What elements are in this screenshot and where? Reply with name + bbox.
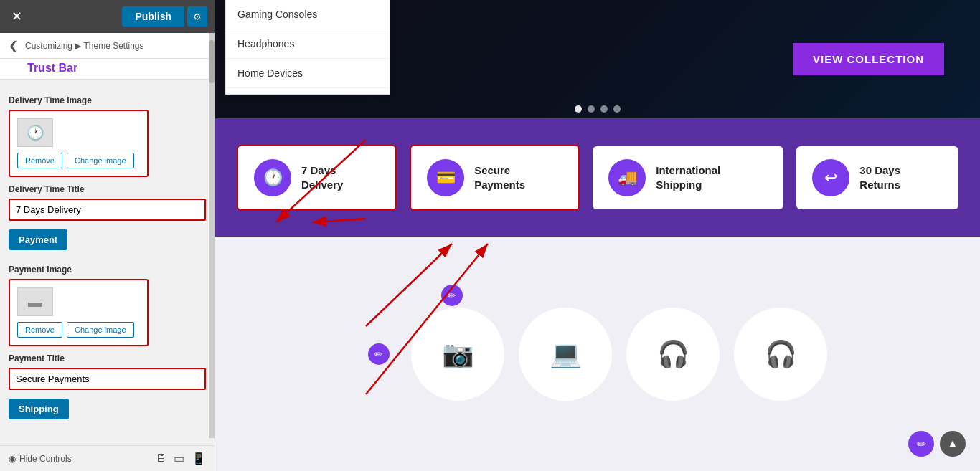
- clock-trust-icon: 🕐: [263, 168, 283, 187]
- delivery-change-image-button[interactable]: Change image: [67, 153, 134, 168]
- return-trust-icon: ↩: [824, 168, 837, 187]
- scrollbar-thumb[interactable]: [209, 40, 215, 83]
- delivery-image-box: 🕐 Remove Change image: [9, 110, 149, 177]
- payment-change-image-button[interactable]: Change image: [67, 322, 134, 338]
- dropdown-menu: Gaming Consoles Headphones Home Devices: [225, 0, 390, 95]
- mobile-icon[interactable]: 📱: [192, 452, 206, 465]
- trust-item-shipping: 🚚 International Shipping: [593, 146, 783, 209]
- dot-4[interactable]: [613, 105, 621, 113]
- shipping-icon-circle: 🚚: [608, 159, 646, 196]
- delivery-remove-button[interactable]: Remove: [17, 153, 62, 168]
- dot-3[interactable]: [600, 105, 608, 113]
- scrollbar[interactable]: [209, 33, 215, 438]
- trust-item-returns: ↩ 30 Days Returns: [796, 146, 958, 209]
- delivery-title-input[interactable]: [9, 199, 206, 221]
- returns-icon-circle: ↩: [812, 159, 849, 196]
- main-content: Gaming Consoles Headphones Home Devices …: [215, 0, 980, 471]
- dot-1[interactable]: [575, 105, 582, 113]
- product-item-4: 🎧: [734, 308, 827, 401]
- scroll-up-button[interactable]: ▲: [940, 431, 966, 457]
- truck-trust-icon: 🚚: [618, 168, 637, 187]
- publish-button[interactable]: Publish: [122, 6, 184, 27]
- trust-bar-edit-pencil[interactable]: ✏: [441, 285, 463, 306]
- trust-item-delivery: 🕐 7 Days Delivery: [237, 145, 397, 211]
- sidebar-footer: ◉ Hide Controls 🖥 ▭ 📱: [0, 445, 215, 471]
- eye-icon: ◉: [9, 454, 16, 464]
- card-icon: ▬: [28, 294, 42, 310]
- clock-icon: 🕐: [27, 124, 44, 141]
- delivery-icon-circle: 🕐: [254, 159, 291, 196]
- breadcrumb-path: Customizing ▶ Theme Settings: [25, 41, 144, 51]
- product-item-2: 💻: [519, 308, 612, 401]
- payment-button[interactable]: Payment: [9, 229, 67, 250]
- delivery-image-label: Delivery Time Image: [9, 95, 206, 105]
- payment-remove-button[interactable]: Remove: [17, 322, 62, 338]
- breadcrumb-bar: ❮ Customizing ▶ Theme Settings: [0, 33, 215, 59]
- desktop-icon[interactable]: 🖥: [155, 452, 166, 465]
- returns-trust-text: 30 Days Returns: [859, 163, 943, 191]
- dropdown-item-headphones[interactable]: Headphones: [226, 29, 390, 59]
- payment-image-box: ▬ Remove Change image: [9, 279, 149, 346]
- back-button[interactable]: ❮: [9, 39, 18, 52]
- product-item-1: 📷: [411, 308, 504, 401]
- payments-trust-text: Secure Payments: [474, 163, 562, 191]
- view-collection-button[interactable]: VIEW COLLECTION: [793, 43, 944, 75]
- delivery-trust-text: 7 Days Delivery: [301, 163, 380, 191]
- card-trust-icon: 💳: [436, 168, 456, 187]
- products-edit-pencil[interactable]: ✏: [368, 343, 390, 365]
- bottom-pencil-button[interactable]: ✏: [908, 431, 934, 457]
- device-icons: 🖥 ▭ 📱: [155, 452, 206, 465]
- payment-title-input[interactable]: [9, 368, 206, 390]
- hide-controls-label: Hide Controls: [19, 454, 72, 464]
- payment-image-preview: ▬: [17, 287, 53, 316]
- close-button[interactable]: ✕: [7, 7, 27, 26]
- shipping-trust-text: International Shipping: [656, 163, 768, 191]
- page-title: Trust Bar: [0, 59, 215, 80]
- delivery-title-label: Delivery Time Title: [9, 184, 206, 194]
- dropdown-item-home[interactable]: Home Devices: [226, 59, 390, 88]
- carousel-dots: [575, 105, 621, 113]
- hide-controls[interactable]: ◉ Hide Controls: [9, 454, 72, 464]
- dropdown-item-gaming[interactable]: Gaming Consoles: [226, 0, 390, 29]
- products-section: ✏ 📷 💻 🎧 🎧: [215, 237, 980, 471]
- product-item-3: 🎧: [626, 308, 720, 401]
- sidebar: ✕ Publish ⚙ ❮ Customizing ▶ Theme Settin…: [0, 0, 215, 471]
- delivery-image-preview: 🕐: [17, 118, 53, 147]
- shipping-button[interactable]: Shipping: [9, 399, 69, 419]
- payments-icon-circle: 💳: [427, 159, 464, 196]
- bottom-right-buttons: ✏ ▲: [908, 431, 966, 457]
- gear-button[interactable]: ⚙: [187, 6, 207, 27]
- tablet-icon[interactable]: ▭: [174, 452, 184, 465]
- sidebar-content: Delivery Time Image 🕐 Remove Change imag…: [0, 80, 215, 445]
- payment-image-label: Payment Image: [9, 265, 206, 275]
- trust-bar: ✏ 🕐 7 Days Delivery 💳 Secure Payments 🚚 …: [215, 118, 980, 237]
- dot-2[interactable]: [588, 105, 595, 113]
- payment-title-label: Payment Title: [9, 353, 206, 363]
- trust-item-payments: 💳 Secure Payments: [410, 145, 580, 211]
- sidebar-header: ✕ Publish ⚙: [0, 0, 215, 33]
